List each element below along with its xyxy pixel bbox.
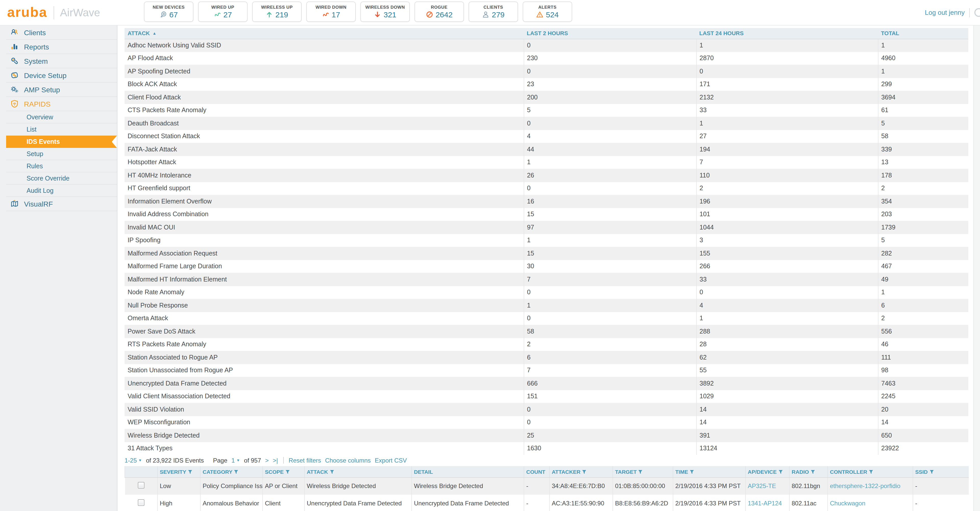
events-column-header[interactable]: TIME	[673, 466, 746, 477]
attack-summary-row: HT Greenfield support 0 2 2	[124, 182, 968, 195]
attack-summary-row: Node Rate Anomaly 0 0 1	[124, 286, 968, 299]
controller-link[interactable]: ethersphere-1322-porfidio	[830, 483, 900, 490]
attack-summary-row: HT 40MHz Intolerance 26 110 178	[124, 169, 968, 182]
attack-name: Valid SSID Violation	[124, 403, 524, 416]
sidebar-item-overview[interactable]: Overview	[6, 111, 117, 124]
last-24-hours-value: 288	[696, 325, 878, 338]
export-csv-link[interactable]: Export CSV	[375, 457, 407, 464]
events-column-header[interactable]: DETAIL	[412, 466, 524, 477]
sidebar-item-reports[interactable]: Reports	[6, 40, 117, 54]
sidebar-item-setup[interactable]: Setup	[6, 148, 117, 160]
row-checkbox[interactable]	[138, 499, 145, 506]
total-value: 49	[878, 273, 968, 286]
events-column-header[interactable]: SCOPE	[262, 466, 304, 477]
choose-columns-link[interactable]: Choose columns	[325, 457, 371, 464]
stat-box[interactable]: WIRED DOWN 17	[306, 2, 356, 22]
events-column-header[interactable]: ATTACK	[304, 466, 412, 477]
attacker-cell: 34:A8:4E:E6:7D:B0	[549, 477, 613, 495]
sidebar-item-visualrf[interactable]: VisualRF	[6, 197, 117, 211]
reset-filters-link[interactable]: Reset filters	[289, 457, 321, 464]
total-value: 556	[878, 325, 968, 338]
events-column-header[interactable]: SEVERITY	[158, 466, 200, 477]
events-column-header[interactable]: RADIO	[789, 466, 828, 477]
sidebar-item-label: Clients	[24, 28, 46, 36]
sidebar-item-rapids[interactable]: RAPIDS	[6, 97, 117, 111]
filter-funnel-icon[interactable]	[234, 469, 239, 475]
attack-cell: Unencrypted Data Frame Detected	[304, 495, 412, 511]
column-header-total[interactable]: TOTAL	[878, 28, 968, 39]
stat-box[interactable]: WIRELESS UP 219	[252, 2, 302, 22]
filter-funnel-icon[interactable]	[929, 469, 934, 475]
total-value: 2	[878, 182, 968, 195]
last-2-hours-value: 0	[524, 286, 696, 299]
filter-funnel-icon[interactable]	[329, 469, 334, 475]
filter-funnel-icon[interactable]	[811, 469, 815, 475]
events-column-header[interactable]	[125, 466, 158, 477]
rows-per-page-select[interactable]: 1-25▼	[124, 457, 142, 464]
column-header-attack[interactable]: ATTACK▲	[124, 28, 524, 39]
sidebar-item-rules[interactable]: Rules	[6, 160, 117, 172]
events-column-header[interactable]: CONTROLLER	[828, 466, 913, 477]
stat-box[interactable]: WIRELESS DOWN 321	[360, 2, 410, 22]
last-2-hours-value: 0	[524, 65, 696, 78]
sidebar-item-system[interactable]: System	[6, 54, 117, 68]
sidebar-item-amp-setup[interactable]: AMP Setup	[6, 83, 117, 97]
help-icon[interactable]	[974, 8, 980, 17]
attack-summary-row: Station Unassociated from Rogue AP 7 55 …	[124, 364, 968, 377]
total-value: 4960	[878, 52, 968, 65]
logout-link[interactable]: Log out jenny	[925, 9, 965, 16]
stat-box[interactable]: WIRED UP 27	[198, 2, 248, 22]
column-header-last-2-hours[interactable]: LAST 2 HOURS	[524, 28, 696, 39]
total-value: 282	[878, 247, 968, 260]
stat-box[interactable]: ROGUE 2642	[414, 2, 464, 22]
sidebar-item-device-setup[interactable]: Device Setup	[6, 68, 117, 83]
attack-name: Station Associated to Rogue AP	[124, 351, 524, 364]
ban-icon	[426, 11, 434, 18]
device-icon	[159, 11, 167, 18]
stat-box[interactable]: ALERTS 524	[523, 2, 572, 22]
total-value: 203	[878, 208, 968, 221]
controller-link[interactable]: Chuckwagon	[830, 500, 865, 507]
events-column-header[interactable]: AP/DEVICE	[746, 466, 789, 477]
events-column-header[interactable]: CATEGORY	[200, 466, 262, 477]
events-column-header[interactable]: TARGET	[613, 466, 673, 477]
sidebar-item-score-override[interactable]: Score Override	[6, 172, 117, 185]
filter-funnel-icon[interactable]	[582, 469, 587, 475]
total-value: 7463	[878, 377, 968, 390]
filter-funnel-icon[interactable]	[638, 469, 643, 475]
warning-icon	[536, 11, 544, 18]
last-page-button[interactable]: >|	[273, 457, 278, 464]
row-checkbox[interactable]	[138, 482, 145, 489]
page-select[interactable]: 1▼	[231, 457, 240, 464]
filter-funnel-icon[interactable]	[188, 469, 192, 475]
events-column-header[interactable]: COUNT	[524, 466, 549, 477]
sidebar-item-clients[interactable]: Clients	[6, 25, 117, 40]
filter-funnel-icon[interactable]	[690, 469, 694, 475]
sidebar-item-audit-log[interactable]: Audit Log	[6, 185, 117, 197]
sidebar-item-label: VisualRF	[24, 200, 53, 208]
events-column-header[interactable]: ATTACKER	[549, 466, 613, 477]
filter-funnel-icon[interactable]	[285, 469, 290, 475]
total-value: 339	[878, 143, 968, 156]
ap-device-link[interactable]: 1341-AP124	[748, 500, 782, 507]
attack-name: 31 Attack Types	[124, 442, 524, 455]
detail-cell: Unencrypted Data Frame Detected	[412, 495, 524, 511]
filter-funnel-icon[interactable]	[778, 469, 783, 475]
sidebar-item-ids-events[interactable]: IDS Events	[6, 136, 117, 148]
column-header-last-24-hours[interactable]: LAST 24 HOURS	[696, 28, 878, 39]
ap-device-link[interactable]: AP325-TE	[748, 483, 776, 490]
next-page-button[interactable]: >	[265, 457, 269, 464]
stat-label: ALERTS	[538, 5, 557, 10]
events-column-header[interactable]: SSID	[913, 466, 969, 477]
category-cell: Policy Compliance Issue	[200, 477, 262, 495]
last-24-hours-value: 13124	[696, 442, 878, 455]
scope-cell: Client	[262, 495, 304, 511]
vertical-scrollbar[interactable]	[974, 25, 980, 511]
sidebar-item-list[interactable]: List	[6, 124, 117, 136]
attack-summary-row: Valid SSID Violation 0 14 20	[124, 403, 968, 416]
filter-funnel-icon[interactable]	[869, 469, 873, 475]
stat-box[interactable]: NEW DEVICES 67	[144, 2, 193, 22]
stat-box[interactable]: CLIENTS 279	[469, 2, 518, 22]
attack-summary-row: CTS Packets Rate Anomaly 5 33 61	[124, 104, 968, 117]
logout-area: Log out jenny	[925, 0, 980, 25]
